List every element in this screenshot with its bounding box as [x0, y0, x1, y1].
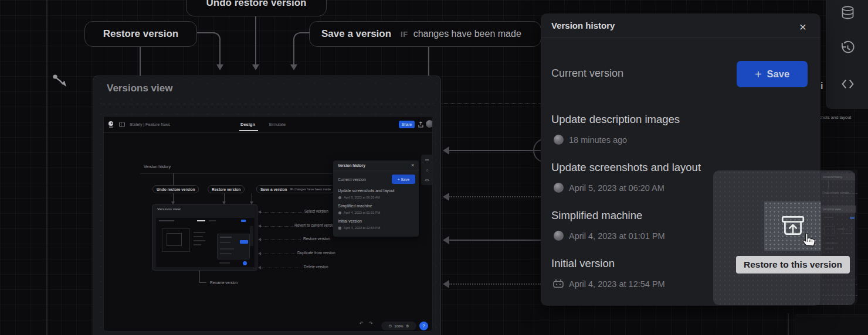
mini-event-label[interactable]: Revert to current version — [294, 223, 336, 227]
mini-event-rename[interactable]: Rename version — [210, 281, 238, 285]
mini-node-save[interactable]: Save a version IF changes have been made — [256, 185, 335, 193]
mini-container-border — [140, 173, 333, 174]
mini-save-button[interactable]: + Save — [392, 175, 415, 184]
arrowhead-left-icon — [443, 236, 449, 244]
mini-event-wire — [261, 268, 301, 268]
save-version-button[interactable]: + Save — [737, 61, 808, 87]
mini-event-wire — [261, 240, 301, 240]
mini-avatar[interactable] — [426, 120, 433, 128]
background-frame-fragment — [795, 315, 868, 335]
panel-divider — [541, 37, 820, 38]
mini-wire — [199, 271, 200, 282]
mini-zoom-out-icon[interactable]: ⊖ — [388, 324, 392, 329]
node-label: Restore version — [103, 28, 179, 40]
wire-save-elbow-v — [293, 39, 294, 64]
mini-frame-title: Versions view — [157, 207, 181, 211]
mini-node-restore[interactable]: Restore version — [208, 185, 245, 193]
mini-zoom-in-icon[interactable]: ⊕ — [406, 324, 409, 329]
wire-dotted-top — [442, 103, 541, 104]
version-item-title[interactable]: Update screenshots and layout — [551, 161, 701, 174]
mini-arrowhead-icon — [258, 224, 261, 228]
mini-redo-button[interactable]: ↷ — [369, 321, 373, 326]
mini-tab-simulate[interactable]: Simulate — [269, 122, 286, 127]
mini-version-item-title[interactable]: Simplified machine — [338, 204, 372, 208]
mini-event-label[interactable]: Restore version — [303, 237, 330, 241]
history-icon[interactable] — [840, 40, 856, 56]
plus-icon: + — [755, 69, 762, 80]
mini-panel-title: Version history — [338, 163, 365, 168]
mini-event-wire — [261, 212, 302, 213]
version-item-title[interactable]: Initial version — [551, 257, 615, 270]
restore-tooltip: Restore to this version — [736, 256, 850, 274]
mini-close-icon[interactable]: × — [411, 162, 414, 168]
mini-help-button[interactable]: ? — [419, 322, 428, 330]
arrowhead-down-icon — [216, 64, 223, 70]
wire-save-to-frame — [428, 47, 429, 76]
mini-current-version-label: Current version — [338, 177, 366, 182]
current-version-label: Current version — [551, 67, 623, 80]
mini-database-icon[interactable]: ▭ — [425, 158, 429, 162]
mini-logo-icon — [108, 121, 115, 128]
node-undo-restore-version[interactable]: Undo restore version — [186, 0, 327, 16]
mini-panel-divider — [333, 170, 419, 170]
mini-avatar-icon — [338, 196, 341, 199]
mini-undo-button[interactable]: ↶ — [360, 321, 364, 326]
version-hover-card[interactable] — [713, 170, 855, 305]
mini-version-item-title[interactable]: Initial version — [338, 219, 362, 223]
mini-event-label[interactable]: Select version — [304, 209, 328, 213]
node-save-a-version[interactable]: Save a version IF changes have been made — [309, 21, 541, 47]
wire-restore-to-frame — [140, 47, 141, 76]
arrowhead-down-icon — [290, 64, 297, 70]
mini-version-item-title[interactable]: Update screenshots and layout — [338, 189, 395, 193]
mini-container-label: Version history — [144, 165, 171, 169]
mini-version-history-panel: Version history × Current version + Save… — [333, 160, 419, 237]
close-icon[interactable]: × — [795, 19, 811, 35]
mini-event-label[interactable]: Delete version — [304, 265, 328, 269]
mini-node-label: Restore version — [212, 187, 240, 192]
statechart-editor-screen: Undo restore version Restore version Sav… — [0, 0, 868, 335]
mini-share-button[interactable]: Share — [399, 121, 415, 128]
version-item-title[interactable]: Update description images — [551, 113, 680, 126]
mini-zoom-level: 100% — [394, 324, 403, 328]
mini-arrowhead-icon — [258, 210, 261, 214]
mini-zoom-controls[interactable]: ⊖ 100% ⊕ — [381, 322, 416, 330]
robot-icon — [552, 279, 564, 288]
versions-view-frame[interactable]: Versions view Stately | Feature flows De… — [93, 76, 441, 335]
mini-event-label[interactable]: Duplicate from version — [297, 251, 335, 255]
mini-version-item-meta: April 4, 2023 at 12:54 PM — [344, 226, 380, 230]
nested-app-thumbnail — [156, 218, 255, 267]
database-icon[interactable] — [840, 5, 856, 21]
arrowhead-left-icon — [443, 146, 449, 155]
mini-history-icon[interactable]: ○ — [426, 168, 428, 172]
right-toolbar — [826, 0, 868, 109]
event-wire-2 — [449, 196, 541, 197]
save-button-label: Save — [767, 69, 790, 80]
version-item-meta: 18 minutes ago — [569, 135, 627, 145]
mini-tab-design[interactable]: Design — [240, 122, 255, 127]
avatar-icon — [554, 183, 564, 193]
panel-title: Version history — [551, 20, 615, 30]
mini-export-icon[interactable] — [418, 121, 424, 128]
frame-title: Versions view — [107, 83, 172, 94]
mini-robot-icon — [338, 227, 341, 230]
mini-sidebar-toggle-icon[interactable] — [119, 122, 125, 127]
canvas-left-divider — [46, 0, 48, 335]
event-wire-3 — [449, 240, 541, 241]
mini-event-wire — [261, 254, 295, 254]
mini-wire — [199, 282, 206, 283]
mini-arrowhead-icon — [258, 266, 261, 269]
background-line-fragment — [788, 313, 789, 335]
arrowhead-down-icon — [252, 64, 259, 70]
mini-event-wire — [261, 226, 293, 227]
code-icon[interactable] — [840, 76, 856, 92]
mini-code-icon[interactable]: <> — [425, 178, 429, 182]
version-item-title[interactable]: Simplified machine — [551, 209, 642, 222]
mini-node-undo[interactable]: Undo restore version — [152, 185, 199, 193]
guard-if-keyword: IF — [401, 30, 408, 39]
node-restore-version[interactable]: Restore version — [84, 21, 197, 47]
wire-restore-elbow-v — [219, 39, 221, 64]
event-wire-1 — [449, 150, 541, 151]
wire-undo-down — [255, 16, 256, 64]
event-wire-4 — [449, 283, 541, 285]
guard-condition: changes have been made — [413, 29, 521, 39]
